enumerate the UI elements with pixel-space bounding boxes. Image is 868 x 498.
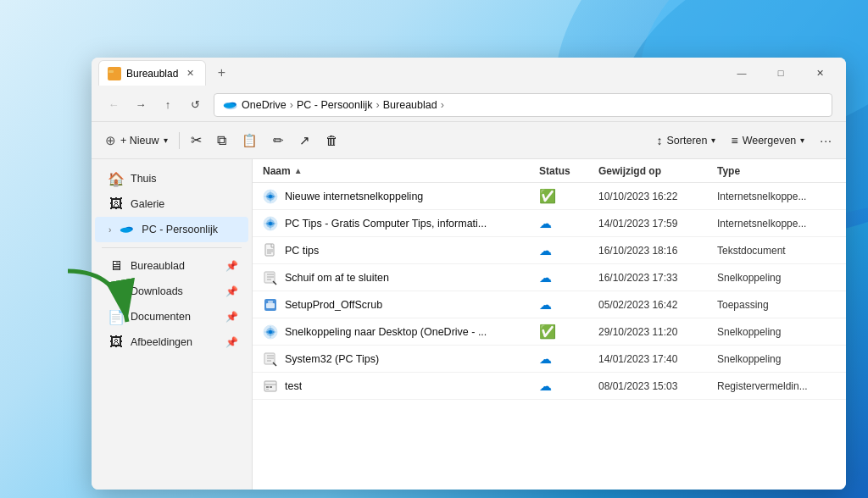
svg-rect-32 [270,386,272,388]
status-ok-icon: ✅ [539,188,556,204]
svg-rect-23 [266,303,275,308]
sidebar-item-galerie[interactable]: 🖼 Galerie [95,191,248,217]
table-row[interactable]: SetupProd_OffScrub ☁ 05/02/2023 16:42 To… [253,291,846,318]
file-status: ☁ [539,270,598,285]
file-type: Internetsnelkoppe... [717,218,836,230]
refresh-button[interactable]: ↺ [183,93,207,117]
file-type-icon [263,216,278,231]
file-name-text: PC Tips - Gratis Computer Tips, informat… [285,218,487,230]
share-icon: ↗ [299,133,310,148]
sort-button[interactable]: ↕ Sorteren ▾ [650,127,723,154]
status-ok-icon: ✅ [539,324,556,340]
active-tab[interactable]: Bureaublad ✕ [98,60,206,86]
onedrive-sidebar-icon [120,222,135,237]
status-cloud-icon: ☁ [539,297,552,313]
sidebar-label-documenten: Documenten [131,311,191,323]
file-status: ☁ [539,243,598,258]
svg-rect-31 [266,386,269,388]
more-icon: ··· [820,134,832,147]
view-label: Weergeven [743,135,797,147]
col-modified-label: Gewijzigd op [598,165,661,177]
file-type: Snelkoppeling [717,353,836,365]
sort-chevron-icon: ▾ [711,136,715,145]
close-button[interactable]: ✕ [800,59,839,86]
file-list: Naam ▲ Status Gewijzigd op Type Nieuwe i… [253,159,846,490]
share-button[interactable]: ↗ [292,127,317,154]
copy-icon: ⧉ [217,133,226,148]
svg-point-10 [120,228,132,233]
new-tab-button[interactable]: + [209,61,233,85]
table-row[interactable]: Schuif om af te sluiten ☁ 16/10/2023 17:… [253,264,846,291]
file-name-text: test [285,380,302,392]
sort-up-icon: ▲ [294,166,303,175]
toolbar-separator-1 [179,132,180,149]
file-type: Snelkoppeling [717,272,836,284]
sort-label: Sorteren [667,135,708,147]
rename-button[interactable]: ✏ [266,127,291,154]
col-status-header[interactable]: Status [539,165,598,177]
cut-button[interactable]: ✂ [184,127,209,154]
file-type: Toepassing [717,299,836,311]
sidebar-item-afbeeldingen[interactable]: 🖼 Afbeeldingen 📌 [95,329,248,355]
file-name: PC tips [263,243,539,258]
table-row[interactable]: Snelkoppeling naar Desktop (OneDrive - .… [253,318,846,346]
paste-button[interactable]: 📋 [235,127,264,154]
table-row[interactable]: test ☁ 08/01/2023 15:03 Registervermeldi… [253,373,846,400]
forward-button[interactable]: → [129,93,153,117]
file-name-text: Schuif om af te sluiten [285,272,389,284]
col-type-header[interactable]: Type [717,165,836,177]
up-button[interactable]: ↑ [156,93,180,117]
file-status: ☁ [539,379,598,394]
sidebar-item-pc-persoonlijk[interactable]: › PC - Persoonlijk [95,217,248,242]
documents-icon: 📄 [108,309,124,324]
file-name-text: System32 (PC Tips) [285,353,379,365]
file-modified: 08/01/2023 15:03 [598,380,717,392]
path-onedrive: OneDrive [242,99,287,111]
downloads-pin-icon: 📌 [225,285,238,297]
table-row[interactable]: PC tips ☁ 16/10/2023 18:16 Tekstdocument [253,237,846,264]
table-row[interactable]: Nieuwe internetsnelkoppeling ✅ 10/10/202… [253,183,846,210]
status-cloud-icon: ☁ [539,351,552,367]
file-type: Snelkoppeling [717,326,836,338]
file-type-icon [263,270,278,285]
file-name: Snelkoppeling naar Desktop (OneDrive - .… [263,324,539,340]
view-button[interactable]: ≡ Weergeven ▾ [724,127,811,154]
file-type: Registervermeldin... [717,380,836,392]
sidebar-item-bureaublad[interactable]: 🖥 Bureaublad 📌 [95,253,248,279]
file-type: Internetsnelkoppe... [717,191,836,202]
downloads-icon: ⬇ [108,284,124,299]
delete-button[interactable]: 🗑 [319,127,345,154]
copy-button[interactable]: ⧉ [210,127,233,154]
table-row[interactable]: PC Tips - Gratis Computer Tips, informat… [253,210,846,237]
more-button[interactable]: ··· [813,127,839,154]
afbeeldingen-pin-icon: 📌 [225,336,238,348]
file-name: Nieuwe internetsnelkoppeling [263,189,539,204]
tab-close-button[interactable]: ✕ [183,67,197,80]
address-path[interactable]: OneDrive › PC - Persoonlijk › Bureaublad… [214,93,832,117]
minimize-button[interactable]: — [722,59,761,86]
file-status: ☁ [539,216,598,231]
sidebar-item-documenten[interactable]: 📄 Documenten 📌 [95,304,248,329]
gallery-icon: 🖼 [108,196,124,212]
cut-icon: ✂ [191,132,202,148]
view-chevron-icon: ▾ [800,136,804,145]
file-explorer-window: Bureaublad ✕ + — □ ✕ ← → ↑ ↺ OneDrive › … [92,58,846,490]
status-cloud-icon: ☁ [539,379,552,394]
home-icon: 🏠 [108,171,124,186]
file-modified: 29/10/2023 11:20 [598,326,717,338]
col-type-label: Type [717,165,740,177]
col-name-header[interactable]: Naam ▲ [263,165,539,177]
new-button[interactable]: ⊕ + Nieuw ▾ [98,127,175,154]
file-name: PC Tips - Gratis Computer Tips, informat… [263,216,539,231]
file-name: Schuif om af te sluiten [263,270,539,285]
file-modified: 05/02/2023 16:42 [598,299,717,311]
titlebar: Bureaublad ✕ + — □ ✕ [92,58,846,88]
col-modified-header[interactable]: Gewijzigd op [598,165,717,177]
maximize-button[interactable]: □ [761,59,800,86]
sidebar-item-downloads[interactable]: ⬇ Downloads 📌 [95,279,248,304]
table-row[interactable]: System32 (PC Tips) ☁ 14/01/2023 17:40 Sn… [253,346,846,373]
sidebar-item-thuis[interactable]: 🏠 Thuis [95,166,248,191]
file-name-text: Snelkoppeling naar Desktop (OneDrive - .… [285,326,487,338]
back-button[interactable]: ← [102,93,125,117]
file-status: ☁ [539,297,598,313]
